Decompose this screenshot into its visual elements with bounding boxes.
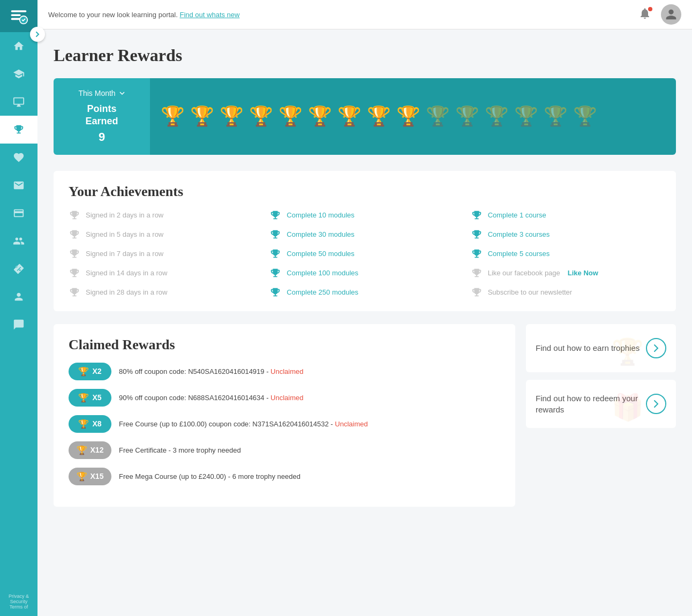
month-label: This Month — [78, 89, 115, 97]
sidebar-item-chat[interactable] — [0, 311, 37, 339]
side-card-text: Find out how to redeem your rewards — [536, 393, 643, 415]
sidebar-item-community[interactable] — [0, 227, 37, 255]
achievement-label: Signed in 28 days in a row — [86, 288, 167, 296]
trophy-icon: 🏆 — [455, 107, 479, 126]
side-cards: 🏆Find out how to earn trophies🎁Find out … — [526, 324, 676, 428]
trophy-icon: 🏆 — [426, 107, 450, 126]
claimed-rewards-card: Claimed Rewards 🏆 X280% off coupon code:… — [54, 324, 515, 507]
reward-item: 🏆 X8Free Course (up to £100.00) coupon c… — [69, 415, 500, 433]
reward-trophy-icon: 🏆 — [77, 445, 87, 455]
achievement-trophy-icon — [269, 287, 281, 298]
rewards-list: 🏆 X280% off coupon code: N540SA162041601… — [69, 363, 500, 485]
reward-count: X8 — [92, 419, 101, 428]
achievement-label: Signed in 7 days in a row — [86, 250, 163, 258]
page-title: Learner Rewards — [54, 46, 676, 65]
achievement-trophy-icon — [69, 287, 80, 298]
redeem-rewards-card[interactable]: 🎁Find out how to redeem your rewards — [526, 380, 676, 428]
trophy-icon: 🏆 — [367, 107, 391, 126]
reward-item: 🏆 X15Free Mega Course (up to £240.00) - … — [69, 468, 500, 485]
reward-description: Free Certificate - 3 more trophy needed — [119, 446, 241, 454]
achievement-item[interactable]: Complete 10 modules — [269, 209, 460, 221]
trophy-icon: 🏆 — [190, 107, 214, 126]
reward-trophy-icon: 🏆 — [78, 393, 89, 403]
achievement-trophy-icon — [471, 229, 483, 241]
sidebar-item-screen[interactable] — [0, 88, 37, 116]
reward-count: X15 — [91, 472, 104, 480]
achievement-label: Complete 10 modules — [287, 211, 354, 219]
trophy-icon: 🏆 — [220, 107, 244, 126]
achievement-label: Subscribe to our newsletter — [488, 288, 573, 296]
side-card-arrow-icon[interactable] — [646, 338, 666, 358]
sidebar-item-card[interactable] — [0, 199, 37, 227]
achievement-label: Complete 50 modules — [287, 250, 354, 258]
sidebar-item-discount[interactable] — [0, 255, 37, 283]
achievement-item[interactable]: Complete 30 modules — [269, 229, 460, 241]
user-avatar[interactable] — [661, 4, 681, 25]
points-card: This Month PointsEarned 9 — [54, 78, 150, 155]
sidebar-toggle[interactable] — [30, 27, 45, 42]
reward-description: Free Course (up to £100.00) coupon code:… — [119, 420, 368, 428]
achievement-item[interactable]: Complete 100 modules — [269, 267, 460, 279]
achievement-label: Complete 30 modules — [287, 230, 354, 238]
achievement-item[interactable]: Complete 3 courses — [471, 229, 661, 241]
achievement-item: Signed in 28 days in a row — [69, 287, 259, 298]
achievement-trophy-icon — [269, 209, 281, 221]
points-value: 9 — [99, 130, 105, 144]
like-now-link[interactable]: Like Now — [568, 269, 598, 277]
achievement-label: Complete 250 modules — [287, 288, 358, 296]
achievement-item[interactable]: Complete 1 course — [471, 209, 661, 221]
reward-description: 80% off coupon code: N540SA1620416014919… — [119, 367, 304, 375]
achievement-label: Signed in 14 days in a row — [86, 269, 167, 277]
sidebar-privacy-link[interactable]: Privacy &SecurityTerms of — [0, 591, 37, 612]
reward-status[interactable]: Unclaimed — [270, 394, 303, 402]
reward-item: 🏆 X280% off coupon code: N540SA162041601… — [69, 363, 500, 380]
reward-badge: 🏆 X5 — [69, 389, 111, 407]
achievement-trophy-icon — [471, 209, 483, 221]
claimed-title: Claimed Rewards — [69, 337, 500, 353]
achievement-item[interactable]: Complete 250 modules — [269, 287, 460, 298]
points-trophies-row: This Month PointsEarned 9 🏆🏆🏆🏆🏆🏆🏆🏆🏆🏆🏆🏆🏆🏆… — [54, 78, 676, 155]
achievement-trophy-icon — [69, 267, 80, 279]
reward-trophy-icon: 🏆 — [78, 366, 89, 377]
achievement-item[interactable]: Complete 5 courses — [471, 248, 661, 260]
achievement-item: Signed in 14 days in a row — [69, 267, 259, 279]
find-out-link[interactable]: Find out whats new — [179, 11, 239, 19]
achievement-trophy-icon — [471, 267, 483, 279]
trophy-icon: 🏆 — [279, 107, 303, 126]
achievements-card: Your Achievements Signed in 2 days in a … — [54, 171, 676, 311]
achievement-label: Like our facebook page — [488, 269, 560, 277]
achievement-item[interactable]: Complete 50 modules — [269, 248, 460, 260]
trophy-icon: 🏆 — [544, 107, 568, 126]
achievement-label: Signed in 5 days in a row — [86, 230, 163, 238]
reward-count: X12 — [91, 446, 104, 454]
sidebar-logo[interactable] — [0, 0, 37, 32]
sidebar-item-rewards[interactable] — [0, 116, 37, 144]
achievement-item: Like our facebook pageLike Now — [471, 267, 661, 279]
month-selector[interactable]: This Month — [78, 89, 125, 97]
svg-rect-1 — [11, 14, 21, 16]
trophy-icon: 🏆 — [514, 107, 538, 126]
earn-trophies-card[interactable]: 🏆Find out how to earn trophies — [526, 324, 676, 372]
achievement-label: Complete 100 modules — [287, 269, 358, 277]
achievement-trophy-icon — [471, 287, 483, 298]
trophy-icon: 🏆 — [249, 107, 273, 126]
achievement-item: Subscribe to our newsletter — [471, 287, 661, 298]
sidebar-footer: Privacy &SecurityTerms of — [0, 591, 37, 616]
achievement-label: Complete 5 courses — [488, 250, 550, 258]
trophy-icon: 🏆 — [396, 107, 420, 126]
side-card-arrow-icon[interactable] — [646, 394, 666, 414]
achievement-label: Complete 3 courses — [488, 230, 550, 238]
sidebar-item-favorites[interactable] — [0, 144, 37, 171]
notification-icon[interactable] — [638, 7, 653, 22]
sidebar-item-courses[interactable] — [0, 60, 37, 88]
sidebar-item-user[interactable] — [0, 283, 37, 311]
sidebar-item-messages[interactable] — [0, 171, 37, 199]
trophies-bar: 🏆🏆🏆🏆🏆🏆🏆🏆🏆🏆🏆🏆🏆🏆🏆 — [150, 78, 676, 155]
reward-status[interactable]: Unclaimed — [335, 420, 367, 428]
notification-dot — [648, 7, 652, 11]
main-area: Welcome to your new look learning portal… — [37, 0, 692, 616]
achievement-label: Complete 1 course — [488, 211, 546, 219]
reward-badge: 🏆 X8 — [69, 415, 111, 433]
reward-status[interactable]: Unclaimed — [270, 367, 303, 375]
achievement-trophy-icon — [471, 248, 483, 260]
